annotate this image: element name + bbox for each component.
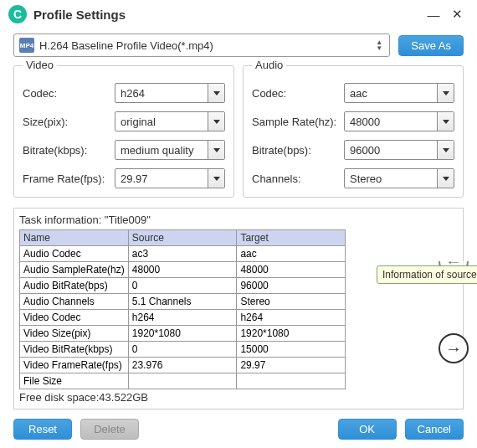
cell-name: Video FrameRate(fps)	[20, 358, 129, 373]
audio-samplerate-label: Sample Rate(hz):	[252, 116, 344, 128]
source-info-tooltip: Information of source	[377, 265, 477, 284]
cell-source: 0	[128, 342, 237, 358]
chevron-down-icon[interactable]	[208, 112, 224, 131]
profile-text: H.264 Baseline Profile Video(*.mp4)	[39, 39, 372, 52]
video-group: Video Codec: h264 Size(pix): original Bi…	[13, 65, 234, 198]
cell-source	[128, 373, 237, 389]
cell-target: aac	[237, 246, 346, 262]
cell-name: Video BitRate(kbps)	[20, 342, 129, 358]
minimize-button[interactable]: —	[422, 8, 445, 22]
cell-source: h264	[128, 310, 237, 326]
chevron-down-icon[interactable]	[437, 169, 454, 188]
cell-source: 0	[128, 278, 237, 294]
chevron-down-icon[interactable]	[208, 169, 224, 188]
cell-source: 48000	[128, 262, 237, 278]
video-framerate-select[interactable]: 29.97	[115, 168, 225, 188]
audio-codec-label: Codec:	[252, 87, 344, 100]
mp4-icon: MP4	[19, 38, 34, 53]
video-legend: Video	[23, 59, 57, 71]
arrow-right-icon: →	[445, 339, 462, 358]
ok-button[interactable]: OK	[338, 419, 397, 440]
cell-target: 1920*1080	[237, 326, 346, 342]
cell-name: Audio SampleRate(hz)	[20, 262, 129, 278]
spinner-icon[interactable]: ▲▼	[372, 39, 386, 51]
nav-next-button[interactable]: →	[439, 333, 469, 363]
save-as-button[interactable]: Save As	[398, 35, 464, 56]
audio-legend: Audio	[252, 59, 286, 71]
audio-bitrate-value: 96000	[345, 141, 437, 159]
profile-select[interactable]: MP4 H.264 Baseline Profile Video(*.mp4) …	[13, 33, 390, 57]
audio-channels-select[interactable]: Stereo	[344, 168, 454, 188]
table-row: Video BitRate(kbps)015000	[20, 342, 346, 358]
video-size-select[interactable]: original	[115, 111, 225, 131]
video-framerate-value: 29.97	[115, 169, 208, 188]
cell-target: 15000	[237, 342, 346, 358]
delete-button[interactable]: Delete	[80, 419, 139, 440]
col-target: Target	[237, 230, 346, 246]
chevron-down-icon[interactable]	[208, 141, 224, 159]
chevron-down-icon[interactable]	[437, 141, 454, 159]
cell-source: 1920*1080	[128, 326, 237, 342]
cell-target	[237, 373, 346, 389]
video-bitrate-select[interactable]: medium quality	[115, 140, 225, 160]
cell-source: 23.976	[128, 358, 237, 373]
cancel-button[interactable]: Cancel	[405, 419, 464, 440]
audio-samplerate-select[interactable]: 48000	[344, 111, 454, 131]
chevron-down-icon[interactable]	[208, 84, 224, 102]
app-logo-icon: C	[8, 5, 27, 23]
cell-target: 29.97	[237, 358, 346, 373]
profile-row: MP4 H.264 Baseline Profile Video(*.mp4) …	[0, 28, 477, 65]
cell-name: Audio Codec	[20, 246, 129, 262]
chevron-down-icon[interactable]	[437, 84, 454, 102]
col-source: Source	[128, 230, 237, 246]
audio-group: Audio Codec: aac Sample Rate(hz): 48000 …	[243, 65, 464, 198]
reset-button[interactable]: Reset	[13, 419, 72, 440]
task-title: Task information: "Title009"	[19, 214, 458, 226]
table-row: Audio Codecac3aac	[20, 246, 346, 262]
audio-samplerate-value: 48000	[345, 112, 437, 131]
audio-channels-value: Stereo	[345, 169, 437, 188]
task-info-box: Task information: "Title009" Name Source…	[13, 208, 464, 409]
video-codec-value: h264	[115, 84, 208, 102]
video-size-label: Size(pix):	[23, 116, 115, 128]
cell-name: Audio Channels	[20, 294, 129, 310]
audio-codec-value: aac	[345, 84, 437, 102]
video-bitrate-label: Bitrate(kbps):	[23, 144, 115, 157]
table-row: Audio BitRate(bps)096000	[20, 278, 346, 294]
cell-target: 96000	[237, 278, 346, 294]
table-row: Video Size(pix)1920*10801920*1080	[20, 326, 346, 342]
cell-name: File Size	[20, 373, 129, 389]
task-table: Name Source Target Audio Codecac3aacAudi…	[19, 229, 346, 389]
video-bitrate-value: medium quality	[115, 141, 208, 159]
video-size-value: original	[115, 112, 208, 131]
close-button[interactable]: ✕	[445, 7, 469, 22]
col-name: Name	[20, 230, 129, 246]
cell-name: Video Size(pix)	[20, 326, 129, 342]
cell-target: h264	[237, 310, 346, 326]
cell-source: 5.1 Channels	[128, 294, 237, 310]
video-codec-select[interactable]: h264	[115, 83, 225, 103]
free-disk-space: Free disk space:43.522GB	[19, 391, 458, 404]
cell-target: Stereo	[237, 294, 346, 310]
titlebar: C Profile Settings — ✕	[0, 0, 477, 28]
audio-channels-label: Channels:	[252, 173, 344, 185]
cell-name: Video Codec	[20, 310, 129, 326]
window-title: Profile Settings	[33, 8, 422, 22]
chevron-down-icon[interactable]	[437, 112, 454, 131]
table-row: Video Codech264h264	[20, 310, 346, 326]
video-framerate-label: Frame Rate(fps):	[23, 173, 115, 185]
cell-target: 48000	[237, 262, 346, 278]
cell-source: ac3	[128, 246, 237, 262]
table-row: Audio SampleRate(hz)4800048000	[20, 262, 346, 278]
audio-bitrate-select[interactable]: 96000	[344, 140, 454, 160]
video-codec-label: Codec:	[23, 87, 115, 100]
table-row: Video FrameRate(fps)23.97629.97	[20, 358, 346, 373]
audio-codec-select[interactable]: aac	[344, 83, 454, 103]
footer: Reset Delete OK Cancel	[0, 419, 477, 440]
cell-name: Audio BitRate(bps)	[20, 278, 129, 294]
audio-bitrate-label: Bitrate(bps):	[252, 144, 344, 157]
table-row: Audio Channels5.1 ChannelsStereo	[20, 294, 346, 310]
table-row: File Size	[20, 373, 346, 389]
